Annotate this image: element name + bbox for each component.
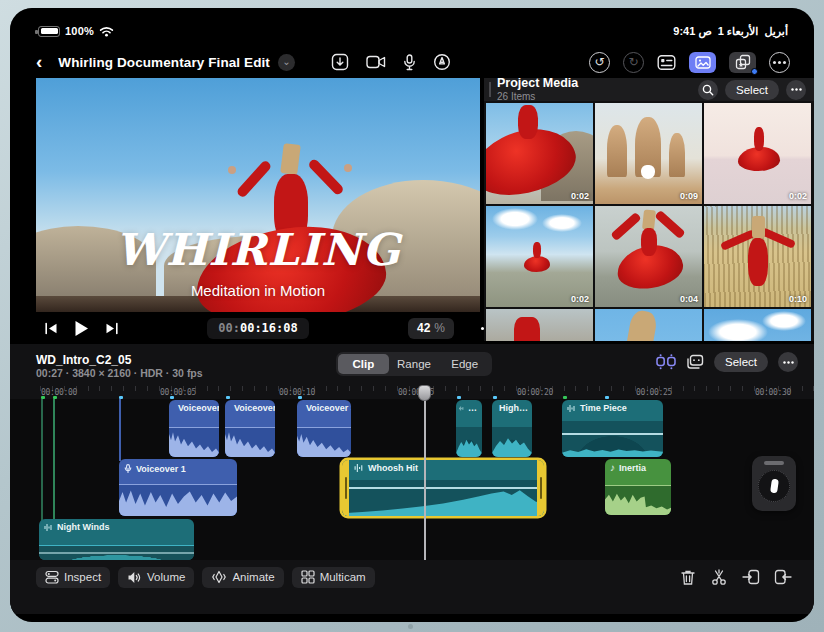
timeline-more-button[interactable] xyxy=(778,352,798,372)
timeline-clip-sfx[interactable]: … xyxy=(456,400,482,457)
more-options-button[interactable] xyxy=(769,52,790,73)
project-media-panel: Project Media 26 Items Select xyxy=(484,78,814,341)
jog-dial[interactable] xyxy=(758,470,790,502)
timeline-select-button[interactable]: Select xyxy=(714,352,768,372)
timeline-clip-whoosh-hit[interactable]: Whoosh Hit xyxy=(342,460,544,516)
ipad-device: 100% 9:41 ص الأربعاء 1 أبريل ‹ Whirling … xyxy=(0,0,824,632)
zoom-level-button[interactable]: 42% xyxy=(408,318,454,339)
animate-icon xyxy=(211,570,227,584)
pencil-tools-button[interactable] xyxy=(433,53,451,71)
clip-duration: 0:02 xyxy=(571,191,589,201)
undo-button[interactable]: ↺ xyxy=(589,52,610,73)
inspector-toggle-button[interactable] xyxy=(657,54,676,71)
battery-percent: 100% xyxy=(65,25,94,37)
record-video-button[interactable] xyxy=(366,55,386,69)
clip-duration: 0:02 xyxy=(571,294,589,304)
timeline-clip-voiceover2[interactable]: Voiceover 2 xyxy=(169,400,219,457)
connect-clips-icon[interactable] xyxy=(656,354,676,370)
inspect-button[interactable]: Inspect xyxy=(36,567,110,588)
timeline-clip-inertia[interactable]: ♪Inertia xyxy=(605,459,671,515)
jog-handle[interactable] xyxy=(764,461,784,465)
clock: 9:41 ص xyxy=(673,25,711,38)
waveform-icon xyxy=(354,463,364,473)
delete-button[interactable] xyxy=(680,569,696,586)
media-thumbnail[interactable]: 0:10 xyxy=(704,206,811,307)
media-grid: 0:02 0:09 0:02 xyxy=(486,103,812,341)
blade-button[interactable] xyxy=(710,569,728,586)
skip-back-button[interactable] xyxy=(44,322,58,335)
clip-duration: 0:09 xyxy=(680,191,698,201)
title-chevron-button[interactable]: ⌄ xyxy=(278,54,295,71)
import-button[interactable] xyxy=(331,53,349,71)
media-thumbnail[interactable] xyxy=(595,309,702,341)
waveform-icon xyxy=(567,404,576,413)
playhead-handle[interactable] xyxy=(418,385,431,401)
timeline-tracks[interactable]: Voiceover 2 Voiceover 2 Voiceover 3 … xyxy=(10,399,814,560)
media-browser-button[interactable] xyxy=(689,52,716,73)
record-voiceover-button[interactable] xyxy=(403,54,416,71)
wifi-icon xyxy=(99,26,114,37)
insert-button[interactable] xyxy=(742,569,760,586)
timeline-clip-voiceover2b[interactable]: Voiceover 2 xyxy=(225,400,275,457)
effects-library-button[interactable] xyxy=(729,52,756,73)
overwrite-button[interactable] xyxy=(774,569,792,586)
media-thumbnail[interactable]: 0:02 xyxy=(486,206,593,307)
figure-hand xyxy=(344,164,352,172)
animate-button[interactable]: Animate xyxy=(202,567,283,588)
trim-handle-left[interactable] xyxy=(342,460,349,516)
status-left: 100% xyxy=(38,25,114,37)
clip-duration: 0:04 xyxy=(680,294,698,304)
timeline-footer: Inspect Volume Animate xyxy=(10,560,814,594)
mic-icon xyxy=(124,464,132,474)
media-thumbnail[interactable]: 0:02 xyxy=(704,103,811,204)
project-title: Whirling Documentary Final Edit xyxy=(58,55,270,70)
media-thumbnail[interactable] xyxy=(704,309,811,341)
media-more-button[interactable] xyxy=(786,80,806,100)
media-panel-header: Project Media 26 Items Select xyxy=(484,78,814,101)
bezel-dot xyxy=(408,624,413,629)
media-select-button[interactable]: Select xyxy=(725,80,779,100)
viewer-title-text: WHIRLING xyxy=(36,224,480,275)
redo-button[interactable]: ↻ xyxy=(623,52,644,73)
timeline-section: WD_Intro_C2_05 00:27 · 3840 × 2160 · HDR… xyxy=(10,344,814,614)
clip-duration: 0:02 xyxy=(789,191,807,201)
play-button[interactable] xyxy=(74,320,89,337)
status-datetime: 9:41 ص الأربعاء 1 أبريل xyxy=(673,25,788,38)
viewer-subtitle-text: Meditation in Motion xyxy=(36,282,480,299)
timeline-clip-high[interactable]: High… xyxy=(492,400,532,457)
jog-wheel[interactable] xyxy=(752,456,796,511)
back-button[interactable]: ‹ xyxy=(36,52,42,72)
media-search-button[interactable] xyxy=(698,80,718,100)
panel-divider xyxy=(489,82,491,97)
skip-forward-button[interactable] xyxy=(105,322,119,335)
segment-edge[interactable]: Edge xyxy=(439,354,490,374)
timeline-ruler[interactable]: 00:00:00 00:00:05 00:00:10 00:00:15 00:0… xyxy=(10,386,814,399)
playhead[interactable] xyxy=(424,399,426,560)
viewer[interactable]: WHIRLING Meditation in Motion xyxy=(36,78,480,312)
media-thumbnail[interactable]: 0:02 xyxy=(486,103,593,204)
segment-clip[interactable]: Clip xyxy=(338,354,389,374)
timeline-clip-voiceover1[interactable]: Voiceover 1 xyxy=(119,459,237,516)
media-thumbnail[interactable]: 0:09 xyxy=(595,103,702,204)
effects-badge xyxy=(751,68,758,75)
timeline-clip-time-piece[interactable]: Time Piece xyxy=(562,400,663,457)
screen: 100% 9:41 ص الأربعاء 1 أبريل ‹ Whirling … xyxy=(10,8,814,622)
timeline-clip-voiceover3[interactable]: Voiceover 3 xyxy=(297,400,351,457)
media-thumbnail[interactable]: 0:04 xyxy=(595,206,702,307)
media-panel-title: Project Media xyxy=(497,77,578,90)
timecode-display[interactable]: 00:00:16:08 xyxy=(207,318,309,339)
music-note-icon: ♪ xyxy=(610,462,615,473)
volume-button[interactable]: Volume xyxy=(118,567,194,588)
figure-hand xyxy=(228,166,236,174)
grid-line xyxy=(119,399,121,461)
waveform-icon xyxy=(44,523,53,532)
overlay-icon[interactable] xyxy=(686,354,704,370)
segment-range[interactable]: Range xyxy=(389,354,440,374)
trim-handle-right[interactable] xyxy=(537,460,544,516)
inspect-icon xyxy=(45,570,59,585)
timeline-clip-night-winds[interactable]: Night Winds xyxy=(39,519,194,560)
multicam-icon xyxy=(301,570,315,584)
multicam-button[interactable]: Multicam xyxy=(292,567,375,588)
media-thumbnail[interactable] xyxy=(486,309,593,341)
date-day: الأربعاء 1 xyxy=(718,25,759,38)
